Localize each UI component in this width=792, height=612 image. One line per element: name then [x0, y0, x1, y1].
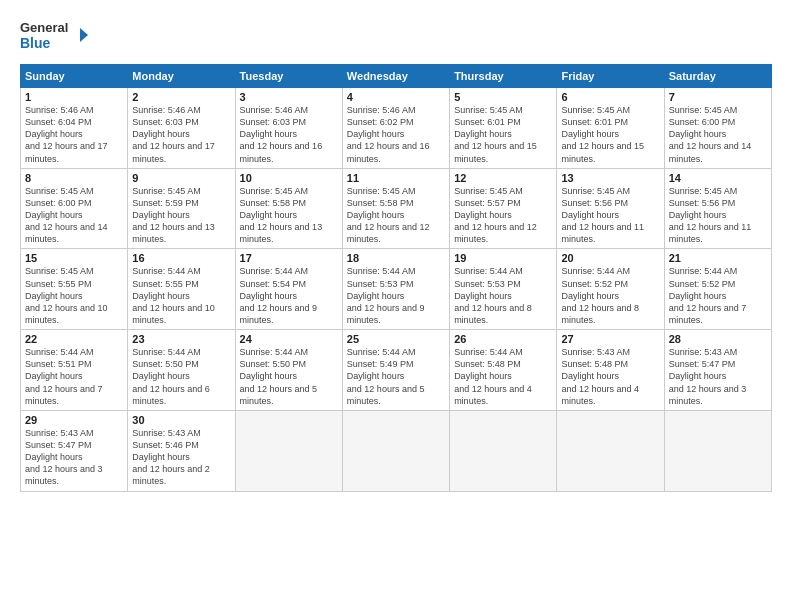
day-detail: Sunrise: 5:44 AMSunset: 5:52 PMDaylight …: [669, 265, 767, 326]
day-detail: Sunrise: 5:46 AMSunset: 6:02 PMDaylight …: [347, 104, 445, 165]
calendar-day-cell: 3 Sunrise: 5:46 AMSunset: 6:03 PMDayligh…: [235, 88, 342, 169]
day-number: 24: [240, 333, 338, 345]
calendar-day-cell: 23 Sunrise: 5:44 AMSunset: 5:50 PMDaylig…: [128, 330, 235, 411]
svg-text:Blue: Blue: [20, 35, 51, 51]
day-detail: Sunrise: 5:44 AMSunset: 5:53 PMDaylight …: [454, 265, 552, 326]
day-detail: Sunrise: 5:44 AMSunset: 5:49 PMDaylight …: [347, 346, 445, 407]
day-detail: Sunrise: 5:44 AMSunset: 5:55 PMDaylight …: [132, 265, 230, 326]
day-detail: Sunrise: 5:45 AMSunset: 6:00 PMDaylight …: [25, 185, 123, 246]
day-number: 11: [347, 172, 445, 184]
calendar-day-cell: 11 Sunrise: 5:45 AMSunset: 5:58 PMDaylig…: [342, 168, 449, 249]
day-detail: Sunrise: 5:45 AMSunset: 5:59 PMDaylight …: [132, 185, 230, 246]
day-number: 27: [561, 333, 659, 345]
logo-svg: General Blue: [20, 16, 90, 54]
day-number: 1: [25, 91, 123, 103]
day-number: 5: [454, 91, 552, 103]
day-number: 23: [132, 333, 230, 345]
day-number: 16: [132, 252, 230, 264]
calendar-header-thursday: Thursday: [450, 65, 557, 88]
day-number: 13: [561, 172, 659, 184]
day-detail: Sunrise: 5:44 AMSunset: 5:53 PMDaylight …: [347, 265, 445, 326]
day-detail: Sunrise: 5:46 AMSunset: 6:04 PMDaylight …: [25, 104, 123, 165]
calendar-day-cell: 9 Sunrise: 5:45 AMSunset: 5:59 PMDayligh…: [128, 168, 235, 249]
day-number: 19: [454, 252, 552, 264]
day-detail: Sunrise: 5:43 AMSunset: 5:46 PMDaylight …: [132, 427, 230, 488]
calendar-day-cell: 17 Sunrise: 5:44 AMSunset: 5:54 PMDaylig…: [235, 249, 342, 330]
calendar-day-cell: 22 Sunrise: 5:44 AMSunset: 5:51 PMDaylig…: [21, 330, 128, 411]
calendar-day-cell: [557, 410, 664, 491]
day-detail: Sunrise: 5:45 AMSunset: 5:58 PMDaylight …: [347, 185, 445, 246]
day-detail: Sunrise: 5:45 AMSunset: 5:57 PMDaylight …: [454, 185, 552, 246]
day-number: 22: [25, 333, 123, 345]
day-number: 28: [669, 333, 767, 345]
day-detail: Sunrise: 5:44 AMSunset: 5:54 PMDaylight …: [240, 265, 338, 326]
day-number: 15: [25, 252, 123, 264]
day-number: 18: [347, 252, 445, 264]
day-number: 7: [669, 91, 767, 103]
day-number: 6: [561, 91, 659, 103]
day-number: 29: [25, 414, 123, 426]
calendar-header-row: SundayMondayTuesdayWednesdayThursdayFrid…: [21, 65, 772, 88]
calendar-header-monday: Monday: [128, 65, 235, 88]
day-detail: Sunrise: 5:45 AMSunset: 5:55 PMDaylight …: [25, 265, 123, 326]
day-number: 14: [669, 172, 767, 184]
day-detail: Sunrise: 5:43 AMSunset: 5:48 PMDaylight …: [561, 346, 659, 407]
day-detail: Sunrise: 5:45 AMSunset: 6:00 PMDaylight …: [669, 104, 767, 165]
day-number: 10: [240, 172, 338, 184]
day-number: 30: [132, 414, 230, 426]
day-detail: Sunrise: 5:44 AMSunset: 5:52 PMDaylight …: [561, 265, 659, 326]
day-detail: Sunrise: 5:44 AMSunset: 5:48 PMDaylight …: [454, 346, 552, 407]
calendar-day-cell: 25 Sunrise: 5:44 AMSunset: 5:49 PMDaylig…: [342, 330, 449, 411]
day-detail: Sunrise: 5:44 AMSunset: 5:51 PMDaylight …: [25, 346, 123, 407]
day-number: 26: [454, 333, 552, 345]
calendar-day-cell: 26 Sunrise: 5:44 AMSunset: 5:48 PMDaylig…: [450, 330, 557, 411]
calendar-day-cell: 13 Sunrise: 5:45 AMSunset: 5:56 PMDaylig…: [557, 168, 664, 249]
day-detail: Sunrise: 5:45 AMSunset: 5:56 PMDaylight …: [561, 185, 659, 246]
day-detail: Sunrise: 5:44 AMSunset: 5:50 PMDaylight …: [240, 346, 338, 407]
day-number: 25: [347, 333, 445, 345]
svg-marker-2: [80, 28, 88, 42]
day-detail: Sunrise: 5:45 AMSunset: 5:56 PMDaylight …: [669, 185, 767, 246]
calendar-day-cell: [664, 410, 771, 491]
calendar-header-saturday: Saturday: [664, 65, 771, 88]
day-detail: Sunrise: 5:44 AMSunset: 5:50 PMDaylight …: [132, 346, 230, 407]
calendar-day-cell: 20 Sunrise: 5:44 AMSunset: 5:52 PMDaylig…: [557, 249, 664, 330]
day-number: 20: [561, 252, 659, 264]
calendar-day-cell: [450, 410, 557, 491]
calendar-day-cell: 18 Sunrise: 5:44 AMSunset: 5:53 PMDaylig…: [342, 249, 449, 330]
calendar-day-cell: 2 Sunrise: 5:46 AMSunset: 6:03 PMDayligh…: [128, 88, 235, 169]
calendar-header-friday: Friday: [557, 65, 664, 88]
calendar-header-tuesday: Tuesday: [235, 65, 342, 88]
calendar-day-cell: 28 Sunrise: 5:43 AMSunset: 5:47 PMDaylig…: [664, 330, 771, 411]
calendar-day-cell: 10 Sunrise: 5:45 AMSunset: 5:58 PMDaylig…: [235, 168, 342, 249]
page: General Blue SundayMondayTuesdayWednesda…: [0, 0, 792, 612]
header: General Blue: [20, 16, 772, 54]
calendar-week-row: 15 Sunrise: 5:45 AMSunset: 5:55 PMDaylig…: [21, 249, 772, 330]
calendar-day-cell: 29 Sunrise: 5:43 AMSunset: 5:47 PMDaylig…: [21, 410, 128, 491]
svg-text:General: General: [20, 20, 68, 35]
calendar-day-cell: [342, 410, 449, 491]
day-number: 2: [132, 91, 230, 103]
calendar-day-cell: 30 Sunrise: 5:43 AMSunset: 5:46 PMDaylig…: [128, 410, 235, 491]
day-number: 4: [347, 91, 445, 103]
day-detail: Sunrise: 5:43 AMSunset: 5:47 PMDaylight …: [25, 427, 123, 488]
day-detail: Sunrise: 5:43 AMSunset: 5:47 PMDaylight …: [669, 346, 767, 407]
logo: General Blue: [20, 16, 90, 54]
day-detail: Sunrise: 5:45 AMSunset: 6:01 PMDaylight …: [561, 104, 659, 165]
day-number: 9: [132, 172, 230, 184]
calendar-day-cell: 21 Sunrise: 5:44 AMSunset: 5:52 PMDaylig…: [664, 249, 771, 330]
day-detail: Sunrise: 5:46 AMSunset: 6:03 PMDaylight …: [132, 104, 230, 165]
day-number: 3: [240, 91, 338, 103]
calendar-day-cell: 7 Sunrise: 5:45 AMSunset: 6:00 PMDayligh…: [664, 88, 771, 169]
calendar-week-row: 1 Sunrise: 5:46 AMSunset: 6:04 PMDayligh…: [21, 88, 772, 169]
calendar-day-cell: 8 Sunrise: 5:45 AMSunset: 6:00 PMDayligh…: [21, 168, 128, 249]
calendar-day-cell: 4 Sunrise: 5:46 AMSunset: 6:02 PMDayligh…: [342, 88, 449, 169]
calendar-day-cell: 1 Sunrise: 5:46 AMSunset: 6:04 PMDayligh…: [21, 88, 128, 169]
day-number: 8: [25, 172, 123, 184]
day-number: 17: [240, 252, 338, 264]
calendar-header-wednesday: Wednesday: [342, 65, 449, 88]
calendar-day-cell: 14 Sunrise: 5:45 AMSunset: 5:56 PMDaylig…: [664, 168, 771, 249]
day-detail: Sunrise: 5:46 AMSunset: 6:03 PMDaylight …: [240, 104, 338, 165]
calendar-day-cell: 27 Sunrise: 5:43 AMSunset: 5:48 PMDaylig…: [557, 330, 664, 411]
calendar-week-row: 22 Sunrise: 5:44 AMSunset: 5:51 PMDaylig…: [21, 330, 772, 411]
